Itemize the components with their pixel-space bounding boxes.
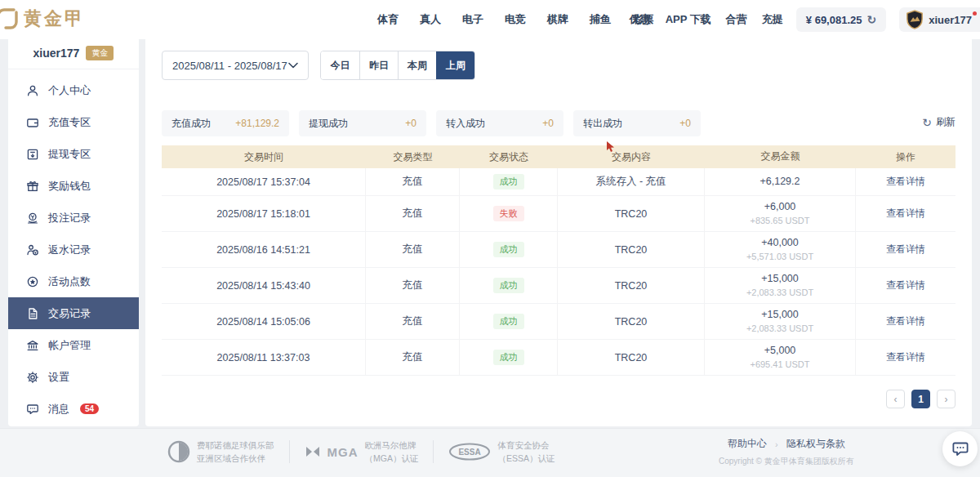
partner-text: 亚洲区域合作伙伴 bbox=[197, 452, 274, 465]
sidebar-item-personal-center[interactable]: 个人中心 bbox=[8, 74, 139, 106]
pagination: ‹ 1 › bbox=[886, 390, 956, 408]
sidebar-item-label: 活动点数 bbox=[48, 274, 91, 289]
footer: 费耶诺德足球俱乐部 亚洲区域合作伙伴 MGA 欧洲马尔他牌 （MGA）认证 ES… bbox=[0, 428, 980, 477]
view-details-link[interactable]: 查看详情 bbox=[886, 314, 925, 328]
svg-text:ESSA: ESSA bbox=[459, 448, 481, 457]
nav-item-slots[interactable]: 电子 bbox=[462, 12, 483, 27]
view-details-link[interactable]: 查看详情 bbox=[886, 279, 925, 292]
cell-type: 充值 bbox=[366, 168, 460, 195]
link-deposit-withdraw[interactable]: 充提 bbox=[762, 12, 783, 27]
partner-text: （ESSA）认证 bbox=[497, 452, 555, 465]
summary-stats: 充值成功 +81,129.2 提现成功 +0 转入成功 +0 转出成功 +0 bbox=[162, 110, 701, 136]
cell-amount: +6,129.2 bbox=[705, 168, 856, 195]
partner-feyenoord: 费耶诺德足球俱乐部 亚洲区域合作伙伴 bbox=[167, 439, 274, 466]
cell-time: 2025/08/17 15:37:04 bbox=[162, 168, 366, 195]
sidebar-item-label: 帐户管理 bbox=[48, 338, 91, 353]
withdraw-machine-icon bbox=[26, 148, 39, 161]
sidebar-item-activity-points[interactable]: 活动点数 bbox=[8, 265, 139, 297]
view-details-link[interactable]: 查看详情 bbox=[886, 175, 925, 189]
nav-item-live[interactable]: 真人 bbox=[420, 12, 441, 27]
status-badge: 成功 bbox=[493, 278, 524, 293]
transactions-table: 交易时间 交易类型 交易状态 交易内容 交易金额 操作 2025/08/17 1… bbox=[162, 145, 956, 376]
sidebar-item-label: 提现专区 bbox=[48, 147, 91, 162]
date-range-select[interactable]: 2025/08/11 - 2025/08/17 bbox=[162, 51, 309, 80]
link-promotions[interactable]: 优惠 bbox=[630, 12, 651, 27]
partner-text: （MGA）认证 bbox=[365, 452, 419, 465]
balance-refresh-icon[interactable]: ↻ bbox=[867, 13, 877, 26]
message-count-badge: 54 bbox=[80, 403, 99, 414]
cell-amount: +6,000 +835.65 USDT bbox=[705, 196, 856, 231]
transaction-records-panel: 2025/08/11 - 2025/08/17 今日 昨日 本周 上周 充值成功… bbox=[145, 37, 972, 426]
footer-links-block: 帮助中心 › 隐私权与条款 Copyright © 黄金甲体育集团版权所有 bbox=[719, 437, 854, 467]
copyright-text: Copyright © 黄金甲体育集团版权所有 bbox=[719, 456, 854, 467]
sidebar-item-rebate-records[interactable]: 返水记录 bbox=[8, 234, 139, 265]
view-details-link[interactable]: 查看详情 bbox=[886, 207, 925, 221]
refresh-button[interactable]: ↻ 刷新 bbox=[922, 115, 956, 129]
sidebar-username: xiuer177 bbox=[33, 47, 80, 60]
stat-value: +0 bbox=[679, 118, 691, 129]
tab-last-week[interactable]: 上周 bbox=[436, 51, 474, 79]
tab-this-week[interactable]: 本周 bbox=[398, 51, 436, 79]
cell-amount: +15,000 +2,083.33 USDT bbox=[705, 304, 856, 339]
cell-status: 成功 bbox=[460, 232, 558, 267]
brand-logo[interactable]: 黄金甲 bbox=[0, 6, 85, 32]
nav-item-fishing[interactable]: 捕鱼 bbox=[590, 12, 611, 27]
sidebar-item-deposit[interactable]: 充值专区 bbox=[8, 106, 139, 138]
cell-action: 查看详情 bbox=[856, 340, 956, 375]
sidebar-item-account-management[interactable]: 帐户管理 bbox=[8, 329, 139, 361]
col-header-time: 交易时间 bbox=[162, 145, 366, 168]
sidebar-item-bet-records[interactable]: 投注记录 bbox=[8, 202, 139, 234]
sidebar-item-label: 奖励钱包 bbox=[48, 179, 91, 194]
sidebar-item-transaction-records[interactable]: 交易记录 bbox=[8, 297, 139, 329]
page-1-button[interactable]: 1 bbox=[911, 390, 930, 408]
wallet-icon bbox=[26, 116, 39, 129]
stat-value: +0 bbox=[405, 118, 416, 129]
cell-type: 充值 bbox=[366, 232, 460, 267]
cell-content: TRC20 bbox=[558, 268, 705, 303]
rebate-icon bbox=[26, 243, 39, 256]
tab-yesterday[interactable]: 昨日 bbox=[359, 51, 398, 79]
customer-service-button[interactable] bbox=[942, 431, 978, 466]
view-details-link[interactable]: 查看详情 bbox=[886, 350, 925, 364]
vip-level-badge: 黄金 bbox=[86, 46, 114, 60]
col-header-action: 操作 bbox=[856, 145, 956, 168]
cell-action: 查看详情 bbox=[856, 196, 956, 231]
cell-action: 查看详情 bbox=[856, 232, 956, 267]
date-range-value: 2025/08/11 - 2025/08/17 bbox=[172, 60, 287, 72]
sidebar-profile: xiuer177 黄金 bbox=[8, 37, 139, 69]
link-app-download[interactable]: APP 下载 bbox=[666, 12, 711, 27]
sidebar-item-reward-wallet[interactable]: 奖励钱包 bbox=[8, 170, 139, 202]
table-row: 2025/08/11 13:37:03 充值 成功 TRC20 +5,000 +… bbox=[162, 340, 956, 376]
col-header-amount: 交易金额 bbox=[705, 145, 856, 168]
nav-item-cards[interactable]: 棋牌 bbox=[547, 12, 568, 27]
table-row: 2025/08/16 14:51:21 充值 成功 TRC20 +40,000 … bbox=[162, 232, 956, 268]
nav-item-esports[interactable]: 电竞 bbox=[505, 12, 526, 27]
tab-today[interactable]: 今日 bbox=[321, 51, 359, 79]
notification-dot bbox=[973, 11, 977, 16]
status-badge: 成功 bbox=[493, 174, 524, 189]
col-header-status: 交易状态 bbox=[460, 145, 558, 168]
sidebar-item-messages[interactable]: 消息 54 bbox=[8, 393, 139, 425]
quick-links: 优惠 APP 下载 合营 充提 bbox=[630, 12, 783, 27]
sidebar-item-withdraw[interactable]: 提现专区 bbox=[8, 138, 139, 170]
balance-pill[interactable]: ¥ 69,081.25 ↻ bbox=[796, 7, 886, 32]
partner-text: 费耶诺德足球俱乐部 bbox=[197, 439, 274, 452]
star-circle-icon bbox=[26, 275, 39, 288]
refresh-label: 刷新 bbox=[936, 115, 956, 129]
sidebar-item-label: 消息 bbox=[48, 402, 69, 417]
user-menu[interactable]: xiuer177 bbox=[899, 7, 980, 32]
status-badge: 成功 bbox=[493, 350, 524, 365]
cell-type: 充值 bbox=[366, 196, 460, 231]
coin-record-icon bbox=[26, 212, 39, 225]
footer-link-separator-icon: › bbox=[775, 439, 778, 449]
prev-page-button[interactable]: ‹ bbox=[886, 390, 905, 408]
sidebar-item-settings[interactable]: 设置 bbox=[8, 361, 139, 393]
next-page-button[interactable]: › bbox=[937, 390, 956, 408]
cell-action: 查看详情 bbox=[856, 168, 956, 195]
link-affiliate[interactable]: 合营 bbox=[726, 12, 747, 27]
nav-item-sports[interactable]: 体育 bbox=[377, 12, 399, 27]
privacy-terms-link[interactable]: 隐私权与条款 bbox=[786, 437, 845, 451]
help-center-link[interactable]: 帮助中心 bbox=[728, 437, 767, 451]
cell-amount: +40,000 +5,571.03 USDT bbox=[705, 232, 856, 267]
view-details-link[interactable]: 查看详情 bbox=[886, 243, 925, 256]
